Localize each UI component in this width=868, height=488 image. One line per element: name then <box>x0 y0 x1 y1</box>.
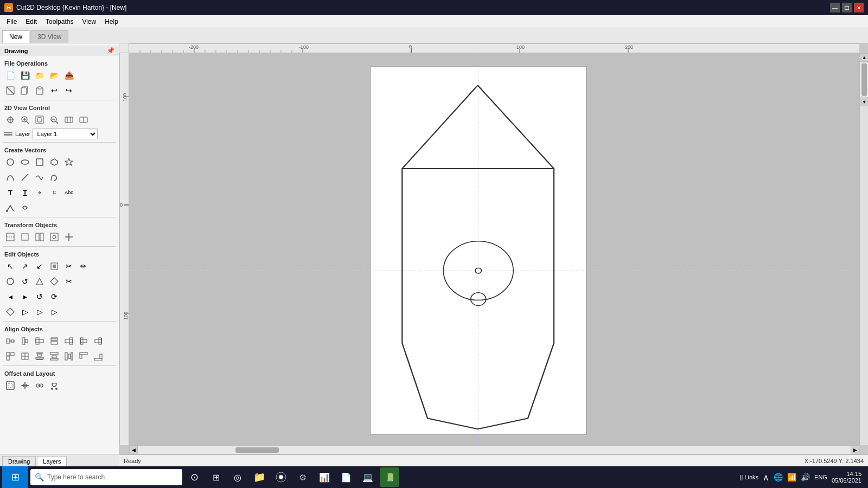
transform5-btn[interactable] <box>62 230 76 244</box>
edit1-btn[interactable]: ↖ <box>3 259 17 273</box>
undo-btn[interactable]: ↩ <box>47 84 61 98</box>
align10-btn[interactable] <box>33 349 47 363</box>
draw-extra1-btn[interactable] <box>3 201 17 215</box>
draw-text4-btn[interactable]: ⌗ <box>47 185 61 200</box>
draw-ellipse-btn[interactable] <box>18 155 32 169</box>
edit16-btn[interactable] <box>3 305 17 319</box>
align13-btn[interactable] <box>76 349 91 363</box>
align7-btn[interactable] <box>91 334 105 348</box>
edit8-btn[interactable]: ↺ <box>18 274 32 288</box>
redo-btn[interactable]: ↪ <box>62 84 76 98</box>
bottom-tab-layers[interactable]: Layers <box>37 456 67 466</box>
offset2-btn[interactable] <box>18 378 32 393</box>
offset3-btn[interactable] <box>33 378 47 393</box>
taskbar-app-chrome[interactable] <box>271 467 291 487</box>
draw-circle-btn[interactable] <box>3 155 17 169</box>
taskbar-app-calc[interactable]: 📊 <box>315 467 334 487</box>
edit14-btn[interactable]: ↺ <box>33 290 47 304</box>
menu-edit[interactable]: Edit <box>21 17 41 27</box>
edit6-btn[interactable]: ✏ <box>76 259 91 273</box>
menu-help[interactable]: Help <box>100 17 123 27</box>
scrollbar-vertical[interactable]: ▲ ▼ <box>859 53 868 445</box>
draw-star-btn[interactable] <box>62 155 76 169</box>
edit10-btn[interactable] <box>47 274 61 288</box>
close-button[interactable]: ✕ <box>854 3 864 12</box>
align14-btn[interactable] <box>91 349 105 363</box>
align4-btn[interactable] <box>47 334 61 348</box>
zoom-out-btn[interactable] <box>47 113 61 127</box>
window-controls[interactable]: — ⧠ ✕ <box>830 3 864 12</box>
open-btn[interactable]: 📂 <box>47 68 61 82</box>
import-btn[interactable]: 📤 <box>62 68 76 82</box>
menu-toolpaths[interactable]: Toolpaths <box>41 17 78 27</box>
draw-text5-btn[interactable]: Abc <box>62 185 76 200</box>
copy-btn[interactable] <box>18 84 32 98</box>
edit3-btn[interactable]: ↙ <box>33 259 47 273</box>
edit12-btn[interactable]: ◂ <box>3 290 17 304</box>
sidebar-pin[interactable]: 📌 <box>107 47 114 54</box>
taskbar-app-cortana[interactable]: ◎ <box>228 467 247 487</box>
offset1-btn[interactable] <box>3 378 17 393</box>
menu-view[interactable]: View <box>78 17 100 27</box>
save-as-btn[interactable]: 📁 <box>33 68 47 82</box>
transform2-btn[interactable] <box>18 230 32 244</box>
layer-select[interactable]: Layer 1 <box>33 129 98 139</box>
zoom-fit-btn[interactable] <box>3 113 17 127</box>
draw-bezier-btn[interactable] <box>3 170 17 184</box>
draw-line-btn[interactable] <box>18 170 32 184</box>
align1-btn[interactable] <box>3 334 17 348</box>
maximize-button[interactable]: ⧠ <box>842 3 852 12</box>
paste-btn[interactable] <box>33 84 47 98</box>
menu-file[interactable]: File <box>2 17 21 27</box>
taskbar-app-task[interactable]: ⊞ <box>206 467 226 487</box>
scroll-thumb-v[interactable] <box>861 63 867 96</box>
taskbar-app-settings[interactable]: ⚙ <box>293 467 312 487</box>
align6-btn[interactable] <box>76 334 91 348</box>
edit13-btn[interactable]: ▸ <box>18 290 32 304</box>
edit11-btn[interactable]: ✂ <box>62 274 76 288</box>
edit5-btn[interactable]: ✂ <box>62 259 76 273</box>
cut-btn[interactable] <box>3 84 17 98</box>
edit2-btn[interactable]: ↗ <box>18 259 32 273</box>
draw-spiro-btn[interactable] <box>33 170 47 184</box>
minimize-button[interactable]: — <box>830 3 840 12</box>
taskbar-search[interactable]: 🔍 Type here to search <box>30 469 182 485</box>
transform3-btn[interactable] <box>33 230 47 244</box>
taskbar-app-cut2d[interactable]: 📗 <box>380 467 399 487</box>
draw-text-btn[interactable]: T <box>3 185 17 200</box>
taskbar-app-search[interactable]: ⊙ <box>184 467 204 487</box>
align5-btn[interactable] <box>62 334 76 348</box>
zoom-in-btn[interactable] <box>18 113 32 127</box>
align12-btn[interactable] <box>62 349 76 363</box>
edit4-btn[interactable] <box>47 259 61 273</box>
new-file-btn[interactable]: 📄 <box>3 68 17 82</box>
align11-btn[interactable] <box>47 349 61 363</box>
offset4-btn[interactable] <box>47 378 61 393</box>
save-btn[interactable]: 💾 <box>18 68 32 82</box>
edit19-btn[interactable]: ▷ <box>47 305 61 319</box>
view-sel-btn[interactable] <box>76 113 91 127</box>
tab-3dview[interactable]: 3D View <box>30 30 68 43</box>
start-button[interactable]: ⊞ <box>2 466 28 488</box>
align3-btn[interactable] <box>33 334 47 348</box>
taskbar-app-pc[interactable]: 💻 <box>358 467 378 487</box>
draw-extra2-btn[interactable] <box>18 201 32 215</box>
edit17-btn[interactable]: ▷ <box>18 305 32 319</box>
taskbar-app-explorer[interactable]: 📁 <box>250 467 269 487</box>
canvas-viewport[interactable] <box>129 53 859 445</box>
align2-btn[interactable] <box>18 334 32 348</box>
transform1-btn[interactable] <box>3 230 17 244</box>
edit7-btn[interactable] <box>3 274 17 288</box>
draw-freehand-btn[interactable] <box>47 170 61 184</box>
scrollbar-horizontal[interactable]: ◀ ▶ <box>129 445 859 454</box>
align9-btn[interactable] <box>18 349 32 363</box>
draw-poly-btn[interactable] <box>47 155 61 169</box>
scroll-thumb-h[interactable] <box>235 447 279 453</box>
transform4-btn[interactable] <box>47 230 61 244</box>
bottom-tab-drawing[interactable]: Drawing <box>2 456 36 466</box>
draw-rect-btn[interactable] <box>33 155 47 169</box>
tab-new[interactable]: New <box>2 30 29 43</box>
edit18-btn[interactable]: ▷ <box>33 305 47 319</box>
view-all-btn[interactable] <box>62 113 76 127</box>
zoom-window-btn[interactable] <box>33 113 47 127</box>
